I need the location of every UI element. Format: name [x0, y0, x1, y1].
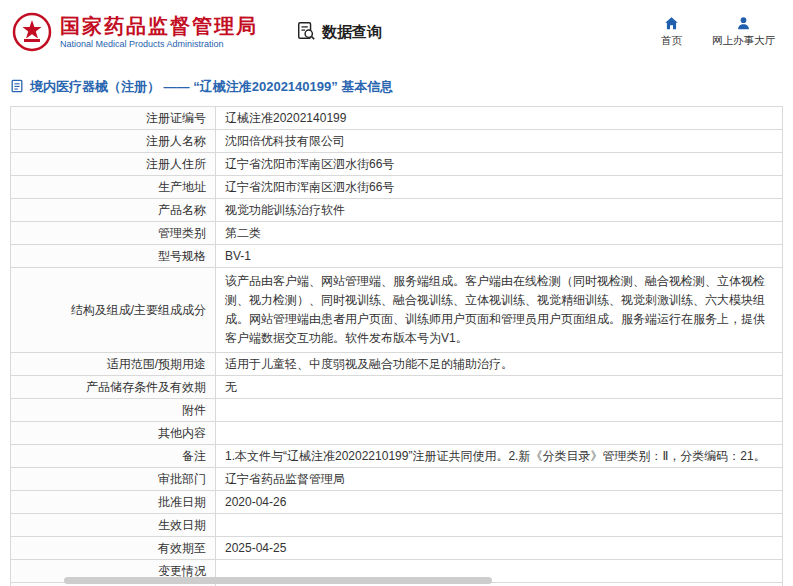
row-value: 辽械注准20202140199	[216, 107, 783, 130]
horizontal-scrollbar-track	[0, 577, 793, 585]
agency-name-en: National Medical Products Administration	[60, 40, 258, 50]
row-value: 沈阳倍优科技有限公司	[216, 130, 783, 153]
breadcrumb: 境内医疗器械（注册） —— “辽械注准20202140199” 基本信息	[10, 78, 783, 96]
row-label: 备注	[11, 445, 216, 468]
table-row: 有效期至2025-04-25	[11, 537, 783, 560]
table-row: 审批部门辽宁省药品监督管理局	[11, 468, 783, 491]
nav-data-query[interactable]: 数据查询	[296, 21, 382, 44]
table-row: 生产地址辽宁省沈阳市浑南区泗水街66号	[11, 176, 783, 199]
agency-name-cn: 国家药品监督管理局	[60, 15, 258, 37]
table-row: 管理类别第二类	[11, 222, 783, 245]
table-row: 其他内容	[11, 422, 783, 445]
table-row: 适用范围/预期用途适用于儿童轻、中度弱视及融合功能不足的辅助治疗。	[11, 353, 783, 376]
table-row: 注册人名称沈阳倍优科技有限公司	[11, 130, 783, 153]
agency-title-block: 国家药品监督管理局 National Medical Products Admi…	[60, 15, 258, 50]
national-emblem-icon	[12, 12, 52, 52]
person-icon	[736, 16, 751, 31]
row-value: BV-1	[216, 245, 783, 268]
document-icon	[10, 79, 24, 96]
row-label: 结构及组成/主要组成成分	[11, 268, 216, 353]
row-value: 辽宁省沈阳市浑南区泗水街66号	[216, 153, 783, 176]
row-label: 生效日期	[11, 514, 216, 537]
row-label: 型号规格	[11, 245, 216, 268]
row-value: 该产品由客户端、网站管理端、服务端组成。客户端由在线检测（同时视检测、融合视检测…	[216, 268, 783, 353]
row-label: 审批部门	[11, 468, 216, 491]
row-value	[216, 422, 783, 445]
registration-info-table: 注册证编号辽械注准20202140199注册人名称沈阳倍优科技有限公司注册人住所…	[10, 106, 783, 586]
nav-data-query-label: 数据查询	[322, 23, 382, 42]
nav-home-label: 首页	[661, 34, 682, 48]
row-label: 注册证编号	[11, 107, 216, 130]
table-row: 产品名称视觉功能训练治疗软件	[11, 199, 783, 222]
nav-home[interactable]: 首页	[661, 16, 682, 48]
row-value: 辽宁省药品监督管理局	[216, 468, 783, 491]
horizontal-scrollbar[interactable]	[64, 577, 492, 584]
document-search-icon	[296, 21, 316, 44]
row-label: 产品名称	[11, 199, 216, 222]
table-row: 生效日期	[11, 514, 783, 537]
row-value	[216, 514, 783, 537]
row-label: 注册人名称	[11, 130, 216, 153]
row-label: 其他内容	[11, 422, 216, 445]
page-title: 境内医疗器械（注册） —— “辽械注准20202140199” 基本信息	[30, 78, 393, 96]
table-row: 结构及组成/主要组成成分该产品由客户端、网站管理端、服务端组成。客户端由在线检测…	[11, 268, 783, 353]
row-label: 有效期至	[11, 537, 216, 560]
row-value: 适用于儿童轻、中度弱视及融合功能不足的辅助治疗。	[216, 353, 783, 376]
row-label: 产品储存条件及有效期	[11, 376, 216, 399]
nav-online-hall[interactable]: 网上办事大厅	[712, 16, 775, 48]
site-header: 国家药品监督管理局 National Medical Products Admi…	[0, 0, 793, 62]
row-label: 管理类别	[11, 222, 216, 245]
row-value: 1.本文件与“辽械注准20202210199”注册证共同使用。2.新《分类目录》…	[216, 445, 783, 468]
row-value: 辽宁省沈阳市浑南区泗水街66号	[216, 176, 783, 199]
row-value: 无	[216, 376, 783, 399]
table-row: 附件	[11, 399, 783, 422]
row-label: 附件	[11, 399, 216, 422]
row-value	[216, 399, 783, 422]
row-label: 注册人住所	[11, 153, 216, 176]
table-row: 产品储存条件及有效期无	[11, 376, 783, 399]
table-row: 注册证编号辽械注准20202140199	[11, 107, 783, 130]
row-value: 视觉功能训练治疗软件	[216, 199, 783, 222]
table-row: 型号规格BV-1	[11, 245, 783, 268]
table-row: 批准日期2020-04-26	[11, 491, 783, 514]
row-label: 批准日期	[11, 491, 216, 514]
row-value: 2025-04-25	[216, 537, 783, 560]
row-value: 2020-04-26	[216, 491, 783, 514]
table-row: 备注1.本文件与“辽械注准20202210199”注册证共同使用。2.新《分类目…	[11, 445, 783, 468]
nav-online-hall-label: 网上办事大厅	[712, 34, 775, 48]
info-table-body: 注册证编号辽械注准20202140199注册人名称沈阳倍优科技有限公司注册人住所…	[11, 107, 783, 586]
row-label: 适用范围/预期用途	[11, 353, 216, 376]
row-value: 第二类	[216, 222, 783, 245]
row-label: 生产地址	[11, 176, 216, 199]
table-row: 注册人住所辽宁省沈阳市浑南区泗水街66号	[11, 153, 783, 176]
header-links: 首页 网上办事大厅	[661, 16, 775, 48]
home-icon	[664, 16, 679, 31]
